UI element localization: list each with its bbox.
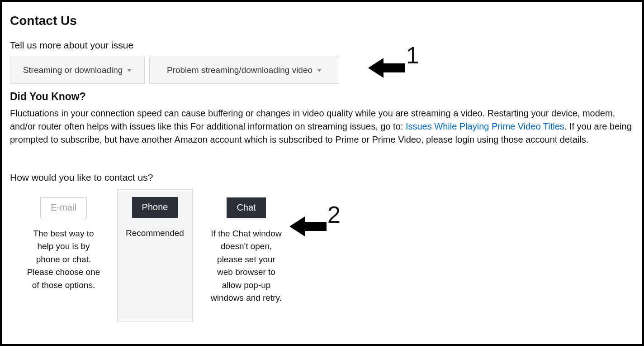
issue-subcategory-dropdown[interactable]: Problem streaming/downloading video [149, 57, 339, 84]
svg-marker-2 [368, 58, 405, 78]
chat-button[interactable]: Chat [227, 197, 265, 218]
svg-marker-3 [289, 216, 327, 236]
email-button[interactable]: E-mail [40, 197, 87, 218]
did-you-know-text: Fluctuations in your connection speed ca… [10, 107, 634, 146]
issue-category-dropdown[interactable]: Streaming or downloading [10, 57, 145, 84]
option-email: E-mail The best way to help you is by ph… [26, 190, 101, 292]
page-title: Contact Us [10, 12, 634, 30]
phone-note: Recommended [126, 227, 184, 240]
annotation-1-number: 1 [406, 43, 419, 67]
arrow-left-icon [368, 55, 405, 81]
annotation-2: 2 [289, 214, 341, 239]
chat-note: If the Chat window doesn't open, please … [209, 227, 284, 305]
issue-subcategory-label: Problem streaming/downloading video [167, 64, 313, 77]
page-frame: Contact Us Tell us more about your issue… [0, 0, 644, 346]
issue-prompt: Tell us more about your issue [10, 38, 634, 52]
svg-marker-0 [127, 69, 132, 72]
contact-options: E-mail The best way to help you is by ph… [26, 190, 634, 322]
phone-button[interactable]: Phone [132, 197, 178, 218]
chevron-down-icon [127, 69, 132, 72]
option-chat-button-wrap: Chat [209, 190, 284, 226]
did-you-know-heading: Did You Know? [10, 89, 634, 104]
annotation-1: 1 [368, 55, 419, 81]
dropdown-row: Streaming or downloading Problem streami… [10, 57, 634, 84]
option-phone-button-wrap: Phone [118, 190, 192, 225]
email-note: The best way to help you is by phone or … [26, 227, 101, 292]
contact-method-prompt: How would you like to contact us? [10, 171, 634, 184]
annotation-2-number: 2 [327, 203, 341, 226]
issues-link[interactable]: Issues While Playing Prime Video Titles [406, 121, 564, 131]
option-phone: Phone Recommended [117, 189, 193, 322]
option-chat: Chat If the Chat window doesn't open, pl… [209, 190, 284, 305]
chevron-down-icon [317, 69, 322, 72]
svg-marker-1 [317, 69, 322, 72]
option-email-button-wrap: E-mail [26, 190, 101, 226]
issue-category-label: Streaming or downloading [23, 64, 123, 77]
arrow-left-icon [289, 214, 327, 239]
